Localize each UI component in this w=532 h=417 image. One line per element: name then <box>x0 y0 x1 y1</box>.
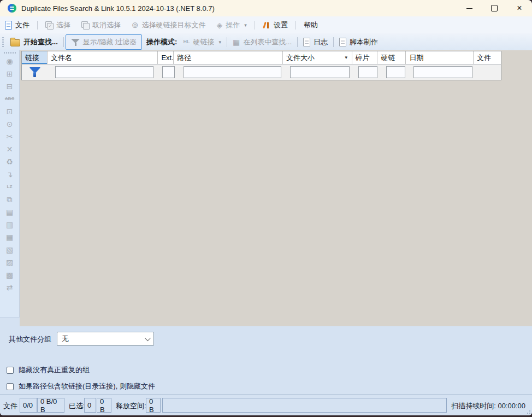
minimize-icon <box>466 8 472 9</box>
title-bar: Duplicate Files Search & Link 10.5.1 202… <box>0 0 532 16</box>
files-label: 文件 <box>3 401 17 411</box>
move-to-folder-icon[interactable]: ↴ <box>3 168 17 180</box>
minimize-button[interactable] <box>457 0 482 16</box>
hide-softlink-path-files-option[interactable]: 如果路径包含软链接(目录连接), 则隐藏文件 <box>7 381 155 391</box>
toggle-filter-button[interactable]: 显示/隐藏 过滤器 <box>66 34 142 50</box>
column-header-link[interactable]: 链接 <box>22 51 48 64</box>
content-area: ◉⊞⊟ABC⊡⊙✂✕♻↴LZ⧉▤▥▦▧▨▩⇄ 链接 文件名 Ext... 路径 … <box>0 50 532 395</box>
filmstrip-filter-icon[interactable]: ▥ <box>3 218 17 231</box>
group-row: 其他文件分组 无 <box>0 332 532 347</box>
funnel-icon <box>71 38 80 46</box>
find-in-list-button[interactable]: ▦ 在列表中查找... <box>229 35 295 49</box>
filmstrip-select-4-icon[interactable]: ▨ <box>3 256 17 268</box>
column-header-size-label: 文件大小 <box>286 53 315 63</box>
delete-icon[interactable]: ✕ <box>3 143 17 155</box>
column-header-file[interactable]: 文件 <box>474 51 501 64</box>
hide-non-duplicate-groups-option[interactable]: 隐藏没有真正重复的组 <box>7 365 90 375</box>
filter-ext-input[interactable] <box>162 66 175 78</box>
menu-bar: 文件 选择 取消选择 ⊚ 选择硬链接目标文件 ◈ 操作 ▾ 设置 帮助 <box>0 16 532 34</box>
window-title: Duplicate Files Search & Link 10.5.1 202… <box>21 4 215 13</box>
toolbar-separator <box>227 37 227 47</box>
menu-file[interactable]: 文件 <box>0 19 34 32</box>
column-header-path-label: 路径 <box>177 53 191 63</box>
column-header-filename[interactable]: 文件名 <box>48 51 158 64</box>
add-to-selection-icon[interactable]: ⊞ <box>3 67 17 80</box>
start-search-label: 开始查找... <box>23 37 58 47</box>
filmstrip-select-3-icon[interactable]: ▧ <box>3 243 17 256</box>
filter-funnel-icon[interactable] <box>29 67 41 78</box>
column-header-hardlinks[interactable]: 硬链 <box>377 51 406 64</box>
filter-fragments-input[interactable] <box>358 66 377 78</box>
hide-softlink-path-files-checkbox[interactable] <box>7 383 14 390</box>
link-dotted-icon[interactable]: ⊙ <box>3 118 17 130</box>
select-pages-icon <box>45 21 53 29</box>
remove-from-selection-icon[interactable]: ⊟ <box>3 80 17 92</box>
search-folder-icon <box>10 39 20 46</box>
recycle-bin-icon[interactable]: ♻ <box>3 155 17 168</box>
copy-list-icon[interactable]: ⧉ <box>3 193 17 205</box>
menu-settings[interactable]: 设置 <box>258 19 293 32</box>
status-bar: 文件 0/0 0 B/0 B 已选: 0 0 B 释放空间: 0 B 扫描持续时… <box>0 395 532 415</box>
menu-select-hardlink-targets[interactable]: ⊚ 选择硬链接目标文件 <box>127 19 211 32</box>
files-size-value: 0 B/0 B <box>40 397 61 414</box>
filmstrip-group-icon[interactable]: ▩ <box>3 268 17 281</box>
other-files-grouping-select[interactable]: 无 <box>57 332 154 346</box>
filter-filename-input[interactable] <box>55 66 153 78</box>
column-header-filename-label: 文件名 <box>51 53 72 63</box>
preview-select-icon[interactable]: ◉ <box>3 55 17 67</box>
swap-groups-icon[interactable]: ⇄ <box>3 281 17 293</box>
scan-duration-text: 扫描持续时间: 00:00:00 <box>451 401 525 411</box>
toggle-filter-label: 显示/隐藏 过滤器 <box>83 37 137 47</box>
free-space-label: 释放空间: <box>116 401 146 411</box>
selected-count-cell: 0 <box>84 398 96 413</box>
cut-link-icon[interactable]: ✂ <box>3 130 17 143</box>
menu-settings-label: 设置 <box>274 20 288 30</box>
menu-deselect[interactable]: 取消选择 <box>76 19 126 32</box>
scripting-button[interactable]: 脚本制作 <box>335 35 382 49</box>
menu-select[interactable]: 选择 <box>40 19 75 32</box>
left-toolbar: ◉⊞⊟ABC⊡⊙✂✕♻↴LZ⧉▤▥▦▧▨▩⇄ <box>0 50 20 318</box>
column-header-ext-label: Ext... <box>161 54 174 62</box>
selected-label: 已选: <box>69 401 85 411</box>
column-header-date[interactable]: 日期 <box>406 51 474 64</box>
hardlink-icon: HL <box>183 39 190 44</box>
toolbar-grip[interactable] <box>4 52 16 54</box>
filter-date-input[interactable] <box>413 66 472 78</box>
maximize-icon <box>491 5 498 11</box>
menu-help[interactable]: 帮助 <box>299 19 323 32</box>
sort-descending-icon[interactable]: ▼ <box>344 55 348 60</box>
abc-compare-icon[interactable]: ABC <box>3 92 17 105</box>
lz-compress-icon[interactable]: LZ <box>3 180 17 193</box>
files-count-cell: 0/0 <box>20 398 37 413</box>
resize-grip[interactable] <box>525 409 531 414</box>
hardlink-mode-dropdown[interactable]: HL 硬链接 ▾ <box>179 35 225 49</box>
menu-deselect-label: 取消选择 <box>92 20 121 30</box>
menu-operations-label: 操作 <box>226 20 240 30</box>
log-button[interactable]: 日志 <box>299 35 332 49</box>
other-files-grouping-label: 其他文件分组 <box>9 334 51 344</box>
column-header-fragments-label: 碎片 <box>356 53 370 63</box>
filmstrip-select-1-icon[interactable]: ▤ <box>3 205 17 218</box>
menu-help-label: 帮助 <box>304 20 318 30</box>
link-select-icon[interactable]: ⊡ <box>3 105 17 118</box>
free-space-value: 0 B <box>149 397 157 414</box>
find-in-list-icon: ▦ <box>233 38 240 46</box>
menu-separator <box>295 21 296 30</box>
column-header-fragments[interactable]: 碎片 <box>352 51 378 64</box>
filter-hardlinks-input[interactable] <box>386 66 405 78</box>
filmstrip-select-2-icon[interactable]: ▦ <box>3 231 17 243</box>
column-header-size[interactable]: 文件大小 ▼ <box>283 51 352 64</box>
menu-operations[interactable]: ◈ 操作 ▾ <box>212 19 252 32</box>
chevron-down-icon <box>145 335 151 341</box>
column-header-path[interactable]: 路径 <box>174 51 283 64</box>
column-header-ext[interactable]: Ext... <box>158 51 174 64</box>
hide-softlink-path-files-label: 如果路径包含软链接(目录连接), 则隐藏文件 <box>19 381 155 391</box>
start-search-button[interactable]: 开始查找... <box>7 35 62 49</box>
chevron-down-icon: ▾ <box>244 22 247 28</box>
hide-non-duplicate-groups-checkbox[interactable] <box>7 367 14 374</box>
filter-size-input[interactable] <box>290 66 350 78</box>
file-document-icon <box>5 21 12 30</box>
filter-path-input[interactable] <box>184 66 281 78</box>
close-button[interactable]: × <box>507 0 532 16</box>
maximize-button[interactable] <box>482 0 507 16</box>
